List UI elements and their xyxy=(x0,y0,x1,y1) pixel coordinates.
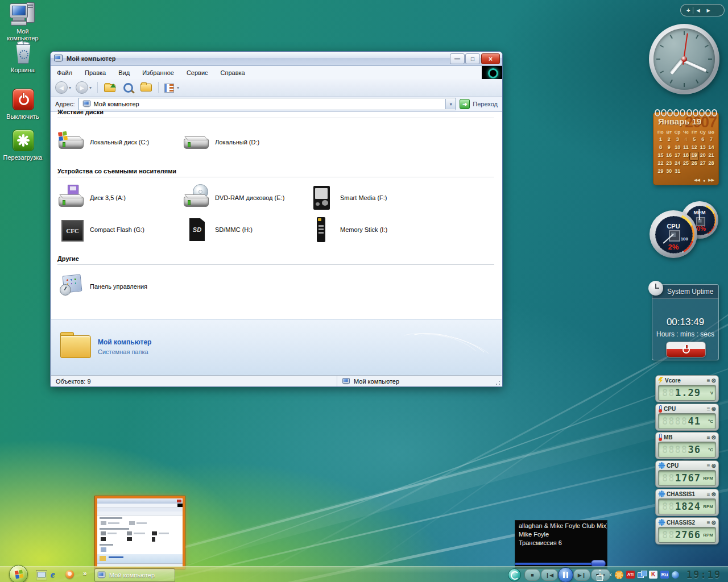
drive-item-f[interactable]: Smart Media (F:) xyxy=(308,184,428,212)
sensor-menu-icon[interactable]: ≡ xyxy=(707,463,710,469)
menu-view[interactable]: Вид xyxy=(112,69,136,76)
add-gadget-button[interactable]: + xyxy=(686,7,690,14)
up-folder-button[interactable] xyxy=(104,82,116,93)
calendar-day[interactable]: 31 xyxy=(673,168,682,176)
sensor-close-icon[interactable]: ⊗ xyxy=(712,434,716,440)
gadget-dock-control[interactable]: + ◀ ▶ xyxy=(680,4,725,16)
views-button[interactable]: ▾ xyxy=(163,82,179,93)
language-indicator[interactable]: Ru xyxy=(660,571,669,579)
next-arrow-button[interactable]: ▶ xyxy=(707,8,710,13)
menu-favorites[interactable]: Избранное xyxy=(136,69,180,76)
calendar-day[interactable]: 7 xyxy=(707,136,715,144)
drive-item-i[interactable]: Memory Stick (I:) xyxy=(308,215,428,244)
sphere-tray-icon[interactable] xyxy=(672,571,679,579)
calendar-prev-button[interactable]: ◀◀ xyxy=(694,178,700,182)
band-spinner[interactable]: ▴▾ xyxy=(599,568,601,576)
sensor-vcore[interactable]: Vcore ≡⊗ 8881.29V xyxy=(655,375,719,402)
sensor-menu-icon[interactable]: ≡ xyxy=(707,434,710,440)
forward-dropdown[interactable]: ▾ xyxy=(89,85,92,90)
stop-button[interactable]: ■ xyxy=(524,569,540,581)
calendar-day[interactable]: 11 xyxy=(682,144,690,152)
menu-edit[interactable]: Правка xyxy=(78,69,112,76)
calendar-day[interactable]: 25 xyxy=(682,160,690,168)
calendar-next-button[interactable]: ▶▶ xyxy=(708,178,714,182)
calendar-day[interactable]: 20 xyxy=(698,152,707,160)
drive-item-e[interactable]: DVD-RAM дисковод (E:) xyxy=(183,184,303,212)
title-bar[interactable]: Мой компьютер — □ × xyxy=(51,52,502,66)
calendar-day[interactable]: 12 xyxy=(690,144,698,152)
calendar-day[interactable]: 29 xyxy=(656,168,665,176)
close-button[interactable]: × xyxy=(481,53,500,64)
calendar-day[interactable]: 24 xyxy=(673,160,682,168)
calendar-day[interactable]: 19 xyxy=(690,152,698,160)
calendar-day[interactable]: 22 xyxy=(656,160,665,168)
band-restore-icon[interactable] xyxy=(597,575,603,581)
calendar-day[interactable]: 4 xyxy=(682,136,690,144)
seek-bar[interactable] xyxy=(515,563,602,565)
drive-item-c[interactable]: Локальный диск (C:) xyxy=(57,128,178,156)
clock-gadget[interactable] xyxy=(649,24,719,94)
menu-file[interactable]: Файл xyxy=(51,69,78,76)
calendar-day[interactable]: 21 xyxy=(707,152,715,160)
back-button[interactable]: ◀▾ xyxy=(55,81,71,94)
drive-item-d[interactable]: Локальный (D:) xyxy=(183,128,303,156)
network-tray-icon[interactable] xyxy=(638,571,646,579)
calendar-day[interactable]: 16 xyxy=(665,152,673,160)
calendar-day[interactable]: 13 xyxy=(698,144,707,152)
go-button[interactable]: ➜ Переход xyxy=(460,99,498,109)
menu-help[interactable]: Справка xyxy=(214,69,251,76)
next-track-button[interactable]: ▶❙ xyxy=(573,569,590,581)
desktop-icon-restart[interactable]: Перезагрузка xyxy=(1,128,44,161)
control-panel-item[interactable]: Панель управления xyxy=(57,272,178,301)
uptime-gadget[interactable]: System Uptime 00:13:49 Hours : mins : se… xyxy=(652,284,719,360)
start-button[interactable] xyxy=(9,565,28,582)
calendar-day[interactable]: 15 xyxy=(656,152,665,160)
menu-tools[interactable]: Сервис xyxy=(180,69,214,76)
quick-launch-ie[interactable]: e xyxy=(51,570,61,579)
ati-tray-icon[interactable]: ATI xyxy=(626,571,635,579)
drive-item-a[interactable]: Диск 3,5 (A:) xyxy=(57,184,178,212)
drive-item-g[interactable]: CFC Compact Flash (G:) xyxy=(57,215,178,244)
quick-launch-show-desktop[interactable] xyxy=(36,570,47,580)
sensor-cpu-fan[interactable]: CPU ≡⊗ 881767RPM xyxy=(655,460,719,488)
taskbar-preview-thumbnail[interactable] xyxy=(95,496,185,569)
calendar-day[interactable]: 18 xyxy=(682,152,690,160)
calendar-day[interactable]: 9 xyxy=(665,144,673,152)
calendar-day[interactable]: 6 xyxy=(698,136,707,144)
back-dropdown[interactable]: ▾ xyxy=(69,85,71,90)
antivirus-tray-icon[interactable]: K xyxy=(649,571,657,579)
forward-button[interactable]: ▶▾ xyxy=(76,81,92,94)
sensor-close-icon[interactable]: ⊗ xyxy=(712,463,716,469)
sensor-close-icon[interactable]: ⊗ xyxy=(712,491,716,497)
sensor-close-icon[interactable]: ⊗ xyxy=(712,406,716,412)
drive-item-h[interactable]: SD SD/MMC (H:) xyxy=(183,215,303,244)
prev-arrow-button[interactable]: ◀ xyxy=(696,8,700,13)
sensor-menu-icon[interactable]: ≡ xyxy=(707,491,710,497)
sensor-close-icon[interactable]: ⊗ xyxy=(712,377,716,384)
sensor-close-icon[interactable]: ⊗ xyxy=(712,519,716,526)
taskbar-button-my-computer[interactable]: Мой компьютер xyxy=(94,568,175,582)
calendar-day[interactable]: 1 xyxy=(656,136,665,144)
uptime-power-button[interactable] xyxy=(666,342,706,357)
folders-button[interactable] xyxy=(140,82,152,93)
sensor-cpu-temp[interactable]: CPU ≡⊗ 888841°C xyxy=(655,404,719,431)
calendar-today-button[interactable]: ● xyxy=(703,178,705,182)
maximize-button[interactable]: □ xyxy=(465,53,480,64)
calendar-day[interactable]: 27 xyxy=(698,160,707,168)
calendar-gadget[interactable]: 2007 Январь 19 ПоВтСрЧеПтСуВо 1234567891… xyxy=(653,112,719,185)
calendar-day[interactable]: 17 xyxy=(673,152,682,160)
calendar-nav[interactable]: ◀◀ ● ▶▶ xyxy=(694,178,714,182)
resize-grip[interactable] xyxy=(494,379,500,385)
calendar-day[interactable]: 23 xyxy=(665,160,673,168)
media-player-logo-button[interactable] xyxy=(508,568,521,581)
minimize-button[interactable]: — xyxy=(450,53,465,64)
sensor-chassis1-fan[interactable]: CHASSIS1 ≡⊗ 881824RPM xyxy=(655,489,719,516)
desktop-icon-my-computer[interactable]: Мой компьютер xyxy=(1,2,44,41)
sensor-menu-icon[interactable]: ≡ xyxy=(707,406,710,412)
calendar-day[interactable]: 5 xyxy=(690,136,698,144)
search-button[interactable] xyxy=(122,82,134,93)
previous-track-button[interactable]: ❙◀ xyxy=(541,569,558,581)
sensor-menu-icon[interactable]: ≡ xyxy=(707,377,710,384)
address-dropdown-button[interactable]: ▾ xyxy=(445,99,456,109)
cpu-gauge-gadget[interactable]: CPU 100 2% xyxy=(650,210,697,258)
